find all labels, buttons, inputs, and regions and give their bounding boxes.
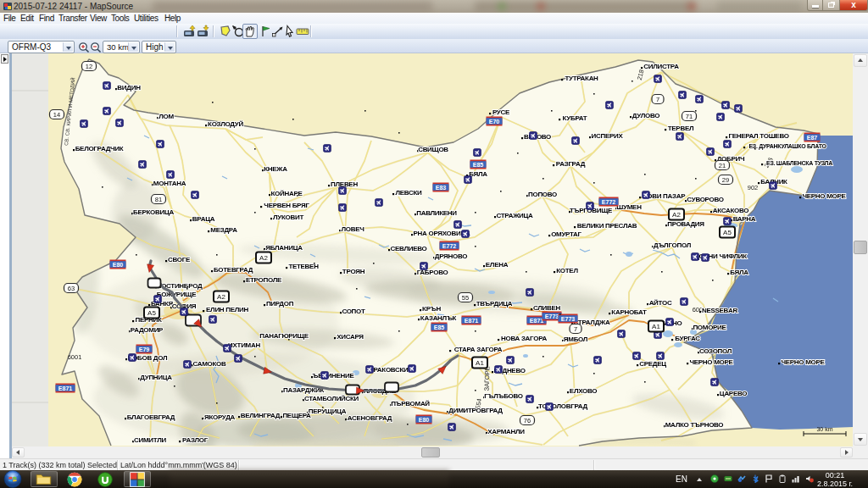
svg-text:7: 7	[574, 325, 577, 333]
svg-text:СОПОТ: СОПОТ	[342, 308, 365, 315]
svg-text:E773: E773	[561, 316, 575, 322]
svg-text:ЕЛЕНА: ЕЛЕНА	[486, 261, 509, 269]
svg-text:E80: E80	[419, 417, 430, 423]
svg-text:МОНТАНА: МОНТАНА	[153, 180, 186, 187]
svg-text:КРЪН: КРЪН	[422, 305, 441, 313]
svg-text:ЧЕРНО МОРЕ: ЧЕРНО МОРЕ	[781, 358, 825, 366]
svg-text:ПОПОВО: ПОПОВО	[528, 191, 557, 198]
svg-text:А1: А1	[476, 359, 484, 367]
svg-text:30 km: 30 km	[816, 426, 832, 432]
svg-text:ДИМИТРОВГРАД: ДИМИТРОВГРАД	[448, 407, 503, 414]
svg-text:E70: E70	[489, 119, 500, 125]
svg-text:ОМУРТАГ: ОМУРТАГ	[551, 230, 581, 238]
svg-text:СРЕДЕЦ: СРЕДЕЦ	[639, 360, 666, 368]
svg-text:ЗАГОРЕ: ЗАГОРЕ	[482, 366, 491, 391]
svg-text:902: 902	[748, 184, 759, 191]
svg-text:БОТЕВГРАД: БОТЕВГРАД	[214, 266, 253, 274]
svg-text:БЕРКОВИЦА: БЕРКОВИЦА	[133, 208, 174, 216]
svg-text:ВЕТОВО: ВЕТОВО	[524, 133, 551, 141]
svg-text:ЧЕРВЕН БРЯГ: ЧЕРВЕН БРЯГ	[264, 202, 309, 209]
svg-text:ПАВЛИКЕНИ: ПАВЛИКЕНИ	[416, 209, 457, 217]
svg-text:E85: E85	[434, 324, 445, 330]
svg-text:КУБРАТ: КУБРАТ	[563, 114, 587, 122]
svg-text:МАЛКО ТЪРНОВО: МАЛКО ТЪРНОВО	[665, 421, 724, 429]
svg-text:ХИСАРЯ: ХИСАРЯ	[337, 333, 364, 341]
svg-text:ДРЯНОВО: ДРЯНОВО	[435, 252, 467, 260]
svg-text:КАЗАНЛЪК: КАЗАНЛЪК	[420, 314, 457, 322]
svg-text:ТЕРВЕЛ: ТЕРВЕЛ	[668, 125, 694, 132]
svg-text:81: 81	[155, 196, 162, 203]
svg-text:СВОГЕ: СВОГЕ	[168, 256, 191, 263]
svg-text:КОЙНАРЕ: КОЙНАРЕ	[271, 190, 303, 197]
svg-text:E85: E85	[473, 162, 484, 168]
svg-text:ЯКОРУДА: ЯКОРУДА	[204, 413, 236, 421]
svg-text:ДЪЛГОПОЛ: ДЪЛГОПОЛ	[654, 241, 692, 249]
svg-text:ГЕНЕРАЛ ТОШЕВО: ГЕНЕРАЛ ТОШЕВО	[728, 132, 788, 140]
svg-text:А5: А5	[147, 309, 156, 317]
svg-text:ЕЗ. ДУРАНКУЛАШКО БЛАТО: ЕЗ. ДУРАНКУЛАШКО БЛАТО	[748, 143, 826, 150]
svg-text:ХАРМАНЛИ: ХАРМАНЛИ	[487, 428, 525, 435]
svg-text:КАРНОБАТ: КАРНОБАТ	[611, 308, 647, 316]
svg-text:6001: 6001	[68, 353, 82, 361]
svg-text:КОЗЛОДУЙ: КОЗЛОДУЙ	[208, 120, 243, 128]
svg-text:ГЪЛЪБОВО: ГЪЛЪБОВО	[484, 392, 523, 400]
svg-text:БУРГАС: БУРГАС	[675, 335, 700, 342]
svg-text:55: 55	[462, 294, 469, 302]
svg-text:ЧЕРНО МОРЕ: ЧЕРНО МОРЕ	[689, 358, 733, 366]
svg-text:ТВЪРДИЦА: ТВЪРДИЦА	[476, 300, 513, 308]
svg-text:БОЖУРИЩЕ: БОЖУРИЩЕ	[157, 291, 197, 298]
svg-text:БЕЛОГРАДЧИК: БЕЛОГРАДЧИК	[75, 145, 124, 152]
svg-text:7: 7	[656, 96, 659, 103]
svg-text:71: 71	[686, 113, 693, 120]
svg-text:СИМИТЛИ: СИМИТЛИ	[134, 436, 166, 444]
svg-text:ЛЕВСКИ: ЛЕВСКИ	[395, 189, 422, 197]
svg-text:ЯБЛАНИЦА: ЯБЛАНИЦА	[265, 244, 303, 252]
svg-text:А1: А1	[652, 323, 660, 330]
svg-text:E772: E772	[442, 243, 456, 249]
svg-text:САМОКОВ: САМОКОВ	[192, 360, 226, 368]
svg-text:ЕЛХОВО: ЕЛХОВО	[570, 387, 597, 395]
svg-text:СТРАЖИЦА: СТРАЖИЦА	[496, 212, 533, 219]
svg-text:АСЕНОВГРАД: АСЕНОВГРАД	[348, 414, 392, 422]
svg-text:E80: E80	[113, 262, 124, 268]
svg-text:ИХТИМАН: ИХТИМАН	[228, 341, 260, 349]
svg-text:СУВОРОВО: СУВОРОВО	[687, 196, 723, 203]
svg-text:76: 76	[524, 417, 531, 424]
svg-text:БЛАГОЕВГРАД: БЛАГОЕВГРАД	[127, 413, 175, 421]
svg-text:ВРАЦА: ВРАЦА	[192, 215, 215, 223]
svg-text:ЕТРОПОЛЕ: ЕТРОПОЛЕ	[246, 276, 282, 284]
svg-text:ЦАРЕВО: ЦАРЕВО	[720, 390, 747, 397]
svg-text:ДУЛОВО: ДУЛОВО	[632, 112, 659, 119]
svg-text:РАКОВСКИ: РАКОВСКИ	[374, 366, 409, 374]
svg-text:E87: E87	[807, 135, 818, 141]
svg-text:ДУПНИЦА: ДУПНИЦА	[140, 374, 172, 381]
svg-text:63: 63	[68, 285, 75, 292]
svg-text:ПИРДОП: ПИРДОП	[266, 300, 294, 308]
svg-text:ПЕРУЩИЦА: ПЕРУЩИЦА	[309, 408, 347, 415]
svg-text:СИЛИСТРА: СИЛИСТРА	[643, 63, 679, 70]
svg-text:СЕВЛИЕВО: СЕВЛИЕВО	[391, 245, 427, 252]
svg-text:СВИЩОВ: СВИЩОВ	[418, 146, 448, 153]
svg-text:ЛОМ: ЛОМ	[159, 113, 174, 120]
svg-text:СТАРА ЗАГОРА: СТАРА ЗАГОРА	[454, 346, 503, 353]
svg-text:E772: E772	[602, 199, 615, 205]
svg-text:ВАРНА: ВАРНА	[733, 215, 756, 223]
svg-text:14: 14	[53, 111, 60, 119]
svg-text:ВЕЛИКИ ПРЕСЛАВ: ВЕЛИКИ ПРЕСЛАВ	[577, 222, 637, 230]
svg-text:ЕЛИН ПЕЛИН: ЕЛИН ПЕЛИН	[206, 306, 248, 313]
svg-text:E871: E871	[465, 318, 478, 324]
svg-text:РАЗГРАД: РАЗГРАД	[556, 160, 586, 168]
svg-text:12: 12	[86, 63, 92, 70]
svg-text:E79: E79	[139, 347, 150, 352]
svg-text:ПЪРВОМАЙ: ПЪРВОМАЙ	[391, 400, 430, 408]
svg-text:СОЗОПОЛ: СОЗОПОЛ	[699, 347, 732, 355]
svg-text:НОВА ЗАГОРА: НОВА ЗАГОРА	[501, 335, 547, 342]
svg-text:ПОМОРИЕ: ПОМОРИЕ	[693, 324, 726, 331]
svg-text:КНЕЖА: КНЕЖА	[264, 165, 287, 173]
svg-text:ШУМЕН: ШУМЕН	[616, 203, 642, 211]
svg-text:МЕЗДРА: МЕЗДРА	[210, 226, 237, 234]
svg-text:21: 21	[719, 162, 726, 169]
svg-text:ЪЕДИНЕНИЕ: ЪЕДИНЕНИЕ	[312, 372, 354, 380]
svg-text:А5: А5	[723, 229, 732, 236]
svg-text:АЙТОС: АЙТОС	[649, 299, 672, 307]
